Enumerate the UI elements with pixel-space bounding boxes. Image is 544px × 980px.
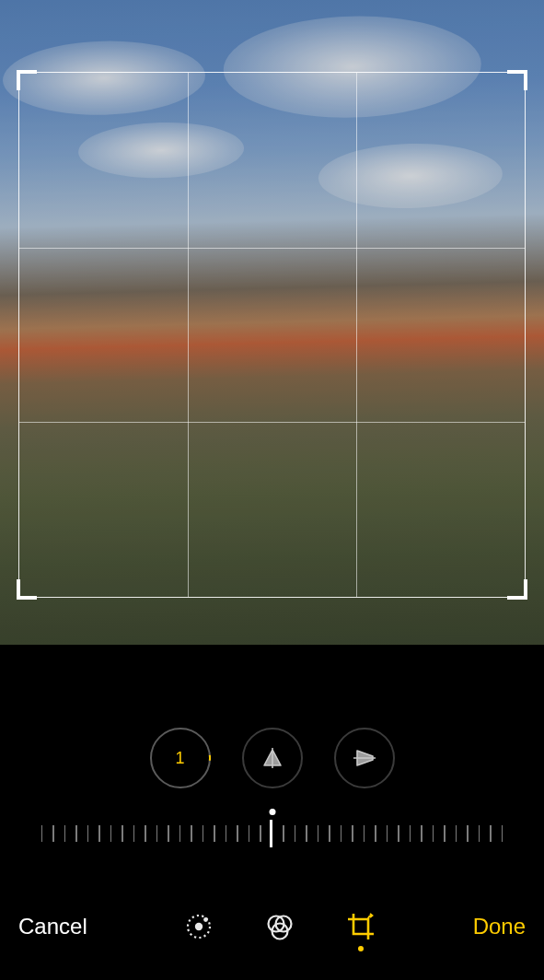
slider-tick	[133, 825, 135, 842]
slider-tick	[352, 825, 353, 842]
photo-crop-stage[interactable]	[0, 0, 544, 645]
svg-point-3	[203, 917, 208, 922]
slider-tick	[306, 825, 307, 842]
transform-tools-row: 1	[0, 728, 544, 788]
slider-tick	[226, 825, 227, 842]
slider-tick	[341, 825, 342, 842]
edit-mode-tabs	[183, 911, 376, 942]
slider-tick	[64, 825, 66, 842]
slider-tick	[456, 825, 457, 842]
adjust-icon	[184, 912, 214, 941]
crop-handle-tl[interactable]	[17, 70, 37, 90]
slider-tick	[295, 825, 296, 842]
done-button[interactable]: Done	[473, 914, 526, 939]
slider-tick	[490, 825, 492, 842]
crop-handle-tr[interactable]	[507, 70, 527, 90]
rotation-slider[interactable]	[0, 811, 544, 857]
slider-tick	[329, 825, 330, 842]
slider-tick	[502, 825, 503, 842]
slider-tick	[249, 825, 250, 842]
svg-point-0	[151, 729, 210, 788]
crop-handle-br[interactable]	[507, 579, 527, 600]
grid-line	[19, 248, 525, 249]
slider-tick	[156, 825, 158, 842]
slider-tick	[318, 825, 319, 842]
slider-tick	[237, 825, 238, 842]
slider-tick	[387, 825, 388, 842]
slider-tick	[283, 825, 284, 842]
slider-tick	[87, 825, 89, 842]
crop-frame[interactable]	[18, 72, 526, 598]
grid-line	[19, 422, 525, 423]
slider-tick	[168, 825, 169, 842]
slider-tick	[375, 825, 376, 842]
slider-origin-dot	[269, 809, 275, 815]
crop-icon	[345, 911, 376, 942]
svg-point-2	[195, 923, 203, 930]
slider-tick	[433, 825, 434, 842]
grid-line	[356, 73, 357, 597]
crop-tab[interactable]	[345, 911, 376, 942]
slider-tick	[41, 825, 43, 842]
slider-tick	[191, 825, 192, 842]
slider-tick	[52, 825, 54, 842]
slider-tick	[214, 825, 215, 842]
slider-tick	[398, 825, 399, 842]
slider-tick	[467, 825, 469, 842]
slider-tick	[410, 825, 411, 842]
slider-cursor[interactable]	[270, 820, 272, 847]
straighten-button[interactable]: 1	[150, 728, 211, 788]
slider-tick	[98, 825, 100, 842]
horizontal-perspective-icon	[353, 747, 376, 769]
slider-tick	[421, 825, 422, 842]
crop-handle-bl[interactable]	[17, 579, 37, 600]
slider-tick	[260, 825, 261, 842]
slider-tick	[203, 825, 204, 842]
slider-tick	[145, 825, 146, 842]
slider-tick	[444, 825, 446, 842]
filters-icon	[265, 912, 295, 941]
bottom-toolbar: Cancel Done	[0, 899, 544, 954]
slider-tick	[179, 825, 181, 842]
slider-tick	[110, 825, 112, 842]
slider-tick	[75, 825, 77, 842]
slider-tick	[364, 825, 365, 842]
horizontal-perspective-button[interactable]	[334, 728, 395, 788]
vertical-perspective-button[interactable]	[242, 728, 303, 788]
slider-tick	[122, 825, 123, 842]
filters-tab[interactable]	[264, 911, 295, 942]
vertical-perspective-icon	[260, 747, 284, 769]
grid-line	[188, 73, 189, 597]
progress-ring	[150, 728, 211, 788]
active-tab-indicator	[358, 946, 364, 951]
adjust-tab[interactable]	[183, 911, 214, 942]
cancel-button[interactable]: Cancel	[18, 914, 87, 939]
slider-tick	[479, 825, 480, 842]
